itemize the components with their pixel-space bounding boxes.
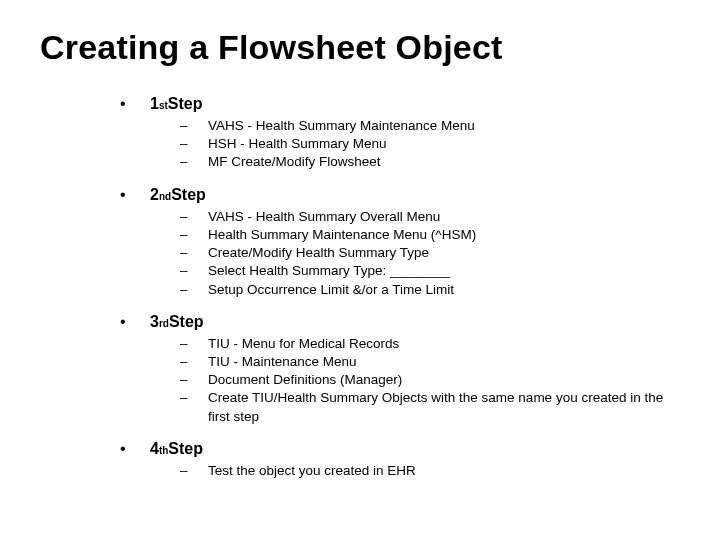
list-item-text: VAHS - Health Summary Maintenance Menu	[208, 117, 475, 135]
list-item: –VAHS - Health Summary Overall Menu	[180, 208, 680, 226]
step-label: Step	[171, 186, 206, 204]
list-item: –MF Create/Modify Flowsheet	[180, 153, 680, 171]
step-1-items: –VAHS - Health Summary Maintenance Menu …	[180, 117, 680, 172]
step-ordinal: th	[159, 445, 168, 456]
list-item: –HSH - Health Summary Menu	[180, 135, 680, 153]
list-item: –Select Health Summary Type: ________	[180, 262, 680, 280]
bullet-icon: •	[120, 186, 150, 204]
list-item-text: Test the object you created in EHR	[208, 462, 416, 480]
step-number: 2	[150, 186, 159, 204]
list-item-text: VAHS - Health Summary Overall Menu	[208, 208, 440, 226]
list-item-text: Create/Modify Health Summary Type	[208, 244, 429, 262]
dash-icon: –	[180, 389, 208, 407]
dash-icon: –	[180, 262, 208, 280]
list-item: –TIU - Maintenance Menu	[180, 353, 680, 371]
step-label: Step	[169, 313, 204, 331]
dash-icon: –	[180, 353, 208, 371]
step-heading-1: • 1st Step	[120, 95, 680, 113]
list-item: –VAHS - Health Summary Maintenance Menu	[180, 117, 680, 135]
list-item-text: TIU - Maintenance Menu	[208, 353, 357, 371]
step-number: 3	[150, 313, 159, 331]
bullet-icon: •	[120, 440, 150, 458]
step-ordinal: rd	[159, 318, 169, 329]
step-2-items: –VAHS - Health Summary Overall Menu –Hea…	[180, 208, 680, 299]
dash-icon: –	[180, 462, 208, 480]
step-heading-2: • 2nd Step	[120, 186, 680, 204]
dash-icon: –	[180, 281, 208, 299]
bullet-icon: •	[120, 95, 150, 113]
list-item: –TIU - Menu for Medical Records	[180, 335, 680, 353]
list-item: –Test the object you created in EHR	[180, 462, 680, 480]
list-item-text: HSH - Health Summary Menu	[208, 135, 387, 153]
list-item: –Create TIU/Health Summary Objects with …	[180, 389, 680, 425]
list-item: –Health Summary Maintenance Menu (^HSM)	[180, 226, 680, 244]
step-label: Step	[168, 440, 203, 458]
slide: Creating a Flowsheet Object • 1st Step –…	[0, 0, 720, 500]
list-item-text: Select Health Summary Type: ________	[208, 262, 450, 280]
page-title: Creating a Flowsheet Object	[40, 28, 680, 67]
dash-icon: –	[180, 153, 208, 171]
slide-body: • 1st Step –VAHS - Health Summary Mainte…	[120, 95, 680, 480]
dash-icon: –	[180, 244, 208, 262]
list-item-text: MF Create/Modify Flowsheet	[208, 153, 381, 171]
dash-icon: –	[180, 371, 208, 389]
dash-icon: –	[180, 226, 208, 244]
dash-icon: –	[180, 208, 208, 226]
list-item-text: Create TIU/Health Summary Objects with t…	[208, 389, 680, 425]
dash-icon: –	[180, 117, 208, 135]
list-item-text: Document Definitions (Manager)	[208, 371, 402, 389]
bullet-icon: •	[120, 313, 150, 331]
step-ordinal: nd	[159, 191, 171, 202]
step-heading-4: • 4th Step	[120, 440, 680, 458]
step-heading-3: • 3rd Step	[120, 313, 680, 331]
list-item-text: Setup Occurrence Limit &/or a Time Limit	[208, 281, 454, 299]
step-4-items: –Test the object you created in EHR	[180, 462, 680, 480]
step-number: 4	[150, 440, 159, 458]
list-item: –Setup Occurrence Limit &/or a Time Limi…	[180, 281, 680, 299]
step-ordinal: st	[159, 100, 168, 111]
dash-icon: –	[180, 335, 208, 353]
list-item-text: TIU - Menu for Medical Records	[208, 335, 399, 353]
step-3-items: –TIU - Menu for Medical Records –TIU - M…	[180, 335, 680, 426]
step-label: Step	[168, 95, 203, 113]
list-item: –Create/Modify Health Summary Type	[180, 244, 680, 262]
list-item: –Document Definitions (Manager)	[180, 371, 680, 389]
dash-icon: –	[180, 135, 208, 153]
list-item-text: Health Summary Maintenance Menu (^HSM)	[208, 226, 476, 244]
step-number: 1	[150, 95, 159, 113]
